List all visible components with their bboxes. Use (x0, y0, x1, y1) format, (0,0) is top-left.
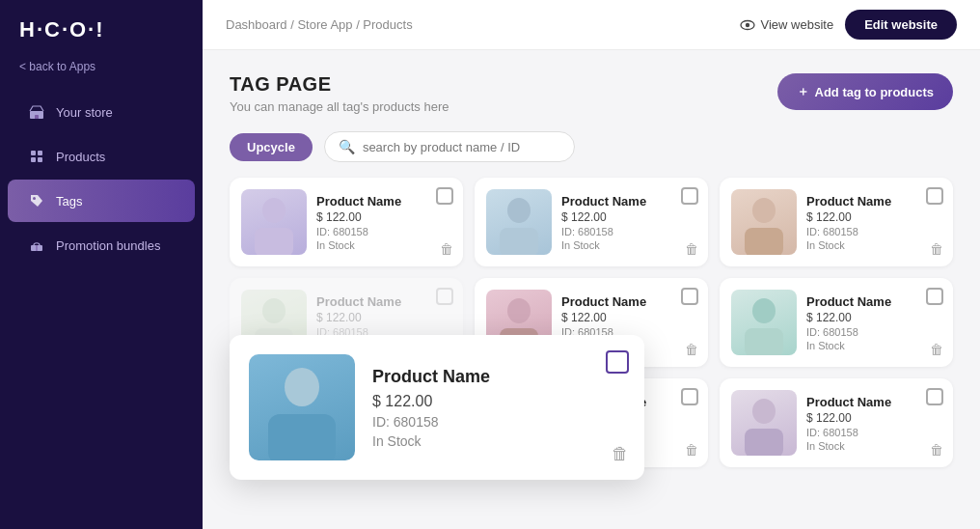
filter-row: Upcycle 🔍 (230, 131, 953, 162)
product-id-2: ID: 680158 (561, 226, 696, 237)
plus-icon: ＋ (797, 83, 809, 100)
svg-rect-5 (38, 157, 42, 162)
expanded-product-delete[interactable]: 🗑 (612, 444, 629, 464)
svg-point-13 (507, 198, 531, 223)
product-status-6: In Stock (806, 340, 941, 351)
eye-icon (740, 17, 755, 33)
svg-point-6 (33, 197, 36, 200)
product-id-9: ID: 680158 (806, 427, 941, 438)
product-delete-2[interactable]: 🗑 (685, 241, 698, 257)
svg-rect-14 (500, 228, 538, 255)
product-status-2: In Stock (561, 239, 696, 251)
product-checkbox-3[interactable] (926, 187, 943, 205)
page-content: TAG PAGE You can manage all tag's produc… (203, 50, 980, 529)
svg-point-11 (262, 198, 286, 223)
back-to-apps[interactable]: back to Apps (0, 52, 203, 81)
sidebar-item-products[interactable]: Products (8, 135, 195, 178)
product-name-2: Product Name (561, 194, 696, 209)
product-delete-6[interactable]: 🗑 (930, 342, 943, 357)
sidebar-item-promotion-bundles[interactable]: Promotion bundles (8, 224, 195, 266)
breadcrumb: Dashboard / Store App / Products (226, 17, 413, 32)
product-name-3: Product Name (806, 194, 941, 209)
store-icon (27, 102, 46, 122)
svg-point-10 (745, 22, 749, 26)
search-icon: 🔍 (339, 139, 355, 154)
product-price-5: $ 122.00 (561, 311, 696, 324)
svg-rect-12 (255, 228, 293, 255)
product-card-9[interactable]: Product Name $ 122.00 ID: 680158 In Stoc… (720, 378, 953, 467)
expanded-product-info: Product Name $ 122.00 ID: 680158 In Stoc… (372, 367, 625, 449)
product-card-expanded[interactable]: Product Name $ 122.00 ID: 680158 In Stoc… (230, 335, 644, 480)
page-header: TAG PAGE You can manage all tag's produc… (230, 73, 953, 114)
product-price-1: $ 122.00 (316, 210, 451, 224)
product-card-2[interactable]: Product Name $ 122.00 ID: 680158 In Stoc… (475, 178, 708, 266)
svg-point-21 (752, 298, 776, 323)
product-delete-3[interactable]: 🗑 (930, 241, 943, 257)
product-delete-9[interactable]: 🗑 (930, 442, 943, 458)
sidebar-item-label-bundles: Promotion bundles (56, 238, 160, 253)
sidebar-item-label-your-store: Your store (56, 105, 113, 120)
add-tag-button[interactable]: ＋ Add tag to products (777, 73, 954, 110)
product-info-6: Product Name $ 122.00 ID: 680158 In Stoc… (806, 294, 941, 351)
svg-rect-22 (745, 328, 783, 355)
product-name-1: Product Name (316, 194, 451, 209)
filter-pill-upcycle[interactable]: Upcycle (230, 133, 313, 161)
product-card-3[interactable]: Product Name $ 122.00 ID: 680158 In Stoc… (720, 178, 953, 266)
product-price-3: $ 122.00 (806, 210, 941, 224)
product-name-6: Product Name (806, 294, 941, 309)
product-checkbox-2[interactable] (681, 187, 698, 205)
product-name-4: Product Name (316, 294, 451, 309)
product-id-3: ID: 680158 (806, 226, 941, 237)
product-price-2: $ 122.00 (561, 210, 696, 224)
expanded-product-image (249, 354, 355, 460)
product-delete-5[interactable]: 🗑 (685, 342, 698, 357)
product-image-1 (241, 189, 307, 255)
product-image-2 (486, 189, 552, 255)
product-info-2: Product Name $ 122.00 ID: 680158 In Stoc… (561, 194, 696, 251)
products-icon (27, 147, 46, 166)
product-delete-1[interactable]: 🗑 (440, 241, 453, 257)
product-checkbox-5[interactable] (681, 288, 698, 305)
svg-point-29 (285, 368, 319, 406)
sidebar-nav: Your store Products Tags Promotion bundl… (0, 89, 203, 529)
product-checkbox-8[interactable] (681, 388, 698, 405)
bundles-icon (27, 236, 46, 255)
sidebar-item-tags[interactable]: Tags (8, 180, 195, 222)
svg-rect-3 (38, 151, 42, 155)
expanded-product-name: Product Name (372, 367, 625, 387)
page-subtitle: You can manage all tag's products here (230, 99, 449, 114)
svg-rect-4 (31, 157, 36, 162)
product-checkbox-1[interactable] (436, 187, 453, 205)
product-checkbox-6[interactable] (926, 288, 943, 305)
product-status-1: In Stock (316, 239, 451, 251)
search-input[interactable] (363, 140, 560, 154)
product-info-9: Product Name $ 122.00 ID: 680158 In Stoc… (806, 395, 941, 452)
product-id-1: ID: 680158 (316, 226, 451, 237)
product-image-3 (731, 189, 797, 255)
product-card-1[interactable]: Product Name $ 122.00 ID: 680158 In Stoc… (230, 178, 463, 266)
view-website-button[interactable]: View website (740, 17, 834, 33)
product-name-5: Product Name (561, 294, 696, 309)
svg-point-19 (507, 298, 531, 323)
expanded-product-status: In Stock (372, 433, 625, 449)
edit-website-button[interactable]: Edit website (845, 10, 957, 40)
product-price-4: $ 122.00 (316, 311, 451, 324)
product-checkbox-4[interactable] (436, 288, 453, 305)
expanded-product-id: ID: 680158 (372, 414, 625, 430)
logo: H·C·O·! (0, 0, 203, 52)
product-checkbox-9[interactable] (926, 388, 943, 405)
svg-rect-28 (745, 429, 783, 456)
sidebar-item-your-store[interactable]: Your store (8, 91, 195, 133)
product-image-6 (731, 290, 797, 355)
svg-rect-30 (268, 414, 336, 460)
product-image-9 (731, 390, 797, 456)
product-card-6[interactable]: Product Name $ 122.00 ID: 680158 In Stoc… (720, 278, 953, 367)
product-price-9: $ 122.00 (806, 411, 941, 425)
tags-icon (27, 191, 46, 210)
expanded-product-checkbox[interactable] (606, 350, 629, 374)
product-delete-8[interactable]: 🗑 (685, 442, 698, 458)
sidebar: H·C·O·! back to Apps Your store Products… (0, 0, 203, 529)
sidebar-item-label-tags: Tags (56, 194, 82, 209)
page-title-section: TAG PAGE You can manage all tag's produc… (230, 73, 449, 114)
top-navigation: Dashboard / Store App / Products View we… (203, 0, 980, 50)
